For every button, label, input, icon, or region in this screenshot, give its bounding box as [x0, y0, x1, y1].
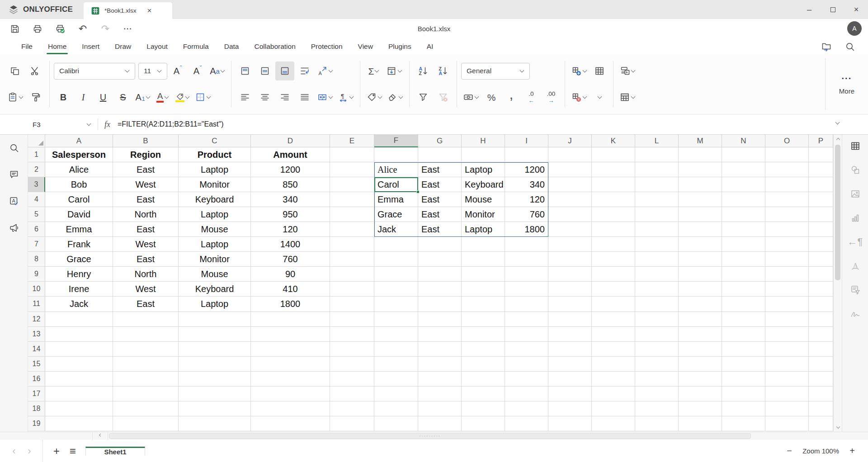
cell-K2[interactable] — [592, 162, 635, 177]
cell-C9[interactable]: Mouse — [179, 267, 251, 282]
undo-button[interactable] — [73, 21, 92, 37]
cell-A1[interactable]: Salesperson — [45, 147, 113, 162]
open-file-location-button[interactable] — [818, 40, 835, 53]
cell-O4[interactable] — [765, 192, 809, 207]
cell-O13[interactable] — [765, 327, 809, 342]
row-header-17[interactable]: 17 — [28, 387, 45, 401]
format-painter-button[interactable] — [26, 88, 45, 107]
cell-format-dropdown-button[interactable] — [590, 88, 609, 107]
close-button[interactable] — [844, 0, 868, 19]
cell-M9[interactable] — [679, 267, 722, 282]
cell-D8[interactable]: 760 — [251, 252, 330, 267]
cell-B5[interactable]: North — [113, 207, 179, 222]
cell-N19[interactable] — [722, 416, 765, 431]
row-header-10[interactable]: 10 — [28, 282, 45, 297]
sheet-tab-sheet1[interactable]: Sheet1 — [85, 447, 145, 456]
cell-E17[interactable] — [330, 387, 374, 401]
cell-H13[interactable] — [462, 327, 505, 342]
cell-L11[interactable] — [635, 297, 679, 311]
cell-B8[interactable]: East — [113, 252, 179, 267]
cell-N14[interactable] — [722, 342, 765, 357]
menu-collaboration[interactable]: Collaboration — [246, 38, 303, 54]
cell-K8[interactable] — [592, 252, 635, 267]
cell-H19[interactable] — [462, 416, 505, 431]
cell-J8[interactable] — [548, 252, 592, 267]
cell-B6[interactable]: East — [113, 222, 179, 237]
save-button[interactable] — [5, 21, 24, 37]
cell-O18[interactable] — [765, 401, 809, 416]
cell-G13[interactable] — [418, 327, 462, 342]
cell-I13[interactable] — [505, 327, 548, 342]
row-header-3[interactable]: 3 — [28, 177, 45, 192]
menu-formula[interactable]: Formula — [175, 38, 217, 54]
cell-B19[interactable] — [113, 416, 179, 431]
cell-F1[interactable] — [374, 147, 418, 162]
cell-C11[interactable]: Laptop — [179, 297, 251, 311]
select-all-corner[interactable] — [28, 135, 45, 147]
column-header-M[interactable]: M — [679, 135, 722, 147]
column-header-H[interactable]: H — [462, 135, 505, 147]
cell-P10[interactable] — [809, 282, 833, 297]
cell-C6[interactable]: Mouse — [179, 222, 251, 237]
cell-P4[interactable] — [809, 192, 833, 207]
cell-K19[interactable] — [592, 416, 635, 431]
orientation-button[interactable] — [315, 61, 335, 80]
cell-L10[interactable] — [635, 282, 679, 297]
cell-C1[interactable]: Product — [179, 147, 251, 162]
previous-sheet-button[interactable] — [6, 443, 22, 459]
cell-J2[interactable] — [548, 162, 592, 177]
cell-P16[interactable] — [809, 372, 833, 387]
user-avatar[interactable]: A — [847, 21, 862, 36]
align-bottom-button[interactable] — [275, 61, 294, 80]
cell-B11[interactable]: East — [113, 297, 179, 311]
cell-H1[interactable] — [462, 147, 505, 162]
column-header-I[interactable]: I — [505, 135, 548, 147]
cell-K9[interactable] — [592, 267, 635, 282]
tab-close-icon[interactable] — [147, 7, 152, 14]
cell-B17[interactable] — [113, 387, 179, 401]
cell-G15[interactable] — [418, 357, 462, 372]
row-header-4[interactable]: 4 — [28, 192, 45, 207]
row-header-16[interactable]: 16 — [28, 372, 45, 387]
column-header-E[interactable]: E — [330, 135, 374, 147]
cell-N15[interactable] — [722, 357, 765, 372]
cell-K3[interactable] — [592, 177, 635, 192]
underline-button[interactable]: U — [94, 88, 113, 107]
cell-M19[interactable] — [679, 416, 722, 431]
column-header-J[interactable]: J — [548, 135, 592, 147]
cell-F9[interactable] — [374, 267, 418, 282]
cell-P5[interactable] — [809, 207, 833, 222]
row-header-11[interactable]: 11 — [28, 297, 45, 311]
cell-A10[interactable]: Irene — [45, 282, 113, 297]
cell-style-button[interactable] — [590, 61, 609, 80]
cell-M17[interactable] — [679, 387, 722, 401]
cell-O11[interactable] — [765, 297, 809, 311]
cell-M13[interactable] — [679, 327, 722, 342]
cell-N13[interactable] — [722, 327, 765, 342]
cell-O5[interactable] — [765, 207, 809, 222]
cell-O6[interactable] — [765, 222, 809, 237]
cell-N12[interactable] — [722, 312, 765, 327]
add-sheet-button[interactable] — [48, 443, 65, 459]
cell-N3[interactable] — [722, 177, 765, 192]
next-sheet-button[interactable] — [22, 443, 37, 459]
scroll-up-button[interactable] — [834, 135, 842, 143]
cell-L6[interactable] — [635, 222, 679, 237]
cell-A7[interactable]: Frank — [45, 237, 113, 252]
cell-A15[interactable] — [45, 357, 113, 372]
cell-B3[interactable]: West — [113, 177, 179, 192]
cell-I7[interactable] — [505, 237, 548, 252]
paste-button[interactable] — [5, 88, 25, 107]
cell-I16[interactable] — [505, 372, 548, 387]
increase-decimal-button[interactable]: .00 — [542, 88, 561, 107]
cell-N9[interactable] — [722, 267, 765, 282]
cell-B14[interactable] — [113, 342, 179, 357]
cell-K17[interactable] — [592, 387, 635, 401]
row-header-5[interactable]: 5 — [28, 207, 45, 222]
cell-K11[interactable] — [592, 297, 635, 311]
row-header-14[interactable]: 14 — [28, 342, 45, 357]
cell-K7[interactable] — [592, 237, 635, 252]
cell-E1[interactable] — [330, 147, 374, 162]
cell-F15[interactable] — [374, 357, 418, 372]
cell-M3[interactable] — [679, 177, 722, 192]
